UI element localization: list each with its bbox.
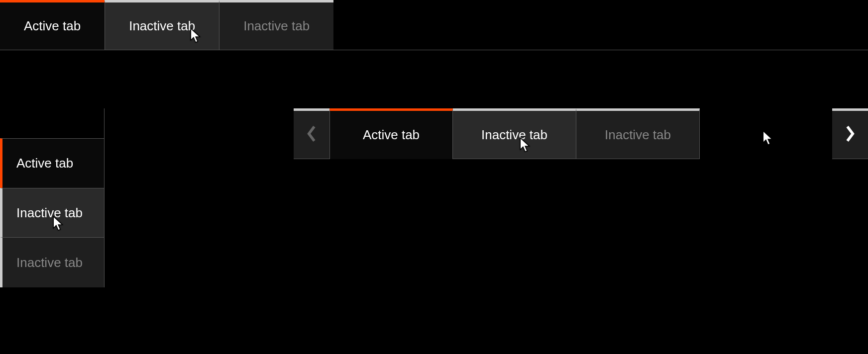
tab-label: Inactive tab [481,127,547,143]
tab-label: Inactive tab [16,255,83,270]
tab-horizontal-1[interactable]: Inactive tab [105,0,219,50]
tab-label: Inactive tab [129,18,195,34]
tab-label: Active tab [363,127,420,143]
tab-vertical-2[interactable]: Inactive tab [0,238,104,287]
tab-scroll-0[interactable]: Active tab [329,108,453,159]
chevron-right-icon [845,125,856,145]
chevron-left-icon [306,125,317,145]
tab-scroll-right-button[interactable] [832,108,868,159]
vertical-tab-spacer [0,108,104,138]
tab-scroll-1[interactable]: Inactive tab [453,108,576,159]
tab-label: Inactive tab [16,205,83,221]
tab-vertical-1[interactable]: Inactive tab [0,188,104,238]
tab-horizontal-2[interactable]: Inactive tab [219,0,333,50]
horizontal-tab-bar: Active tab Inactive tab Inactive tab [0,0,868,50]
tab-vertical-0[interactable]: Active tab [0,138,104,188]
vertical-tab-bar: Active tab Inactive tab Inactive tab [0,108,105,287]
tab-label: Inactive tab [605,127,671,143]
tab-horizontal-0[interactable]: Active tab [0,0,105,50]
scrollable-tab-bar: Active tab Inactive tab Inactive tab [294,108,868,159]
tab-label: Inactive tab [243,18,310,34]
scrollable-tab-track: Active tab Inactive tab Inactive tab [329,108,832,159]
tab-scroll-2[interactable]: Inactive tab [576,108,700,159]
tab-label: Active tab [16,156,73,171]
tab-label: Active tab [24,18,81,34]
tab-scroll-left-button[interactable] [294,108,329,159]
